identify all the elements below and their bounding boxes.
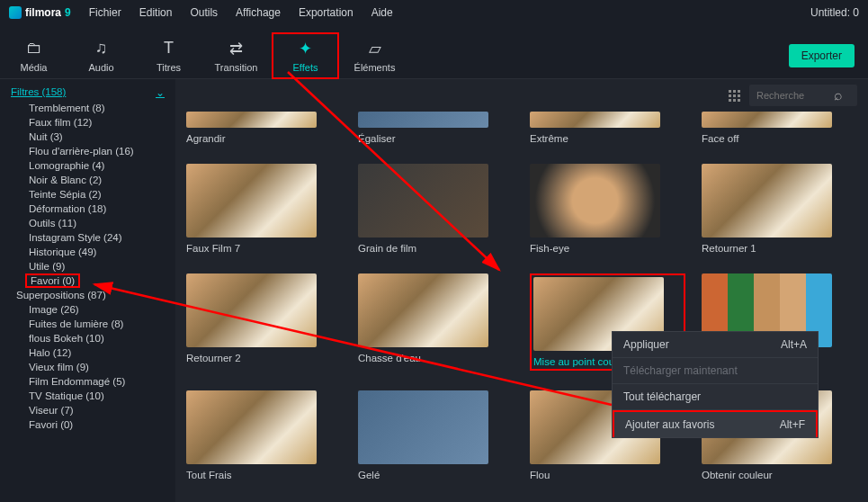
effect-thumb [186, 273, 317, 347]
tool-label: Effets [293, 62, 318, 73]
context-menu: Appliquer Alt+A Télécharger maintenant T… [612, 331, 819, 438]
effect-card[interactable]: Égaliser [358, 112, 514, 144]
app-logo: filmora9 [9, 6, 71, 19]
effect-label: Agrandir [186, 133, 342, 144]
sidebar-item-nuit[interactable]: Nuit (3) [0, 130, 175, 144]
sidebar-header-filters[interactable]: Filtres (158) ⌄ [0, 85, 175, 101]
toolbar: 🗀 Média ♫ Audio T Titres ⇄ Transition ✦ … [0, 25, 868, 79]
effect-card[interactable]: Gelé [358, 390, 514, 480]
effect-card[interactable]: Faux Film 7 [186, 164, 342, 254]
menu-file[interactable]: Fichier [89, 6, 121, 19]
menu-help[interactable]: Aide [371, 6, 393, 19]
ctx-apply[interactable]: Appliquer Alt+A [613, 332, 818, 358]
ctx-label: Ajouter aux favoris [625, 418, 714, 431]
sidebar: Filtres (158) ⌄ Tremblement (8) Faux fil… [0, 79, 175, 502]
effect-thumb [186, 164, 317, 238]
menu-view[interactable]: Affichage [236, 6, 281, 19]
sidebar-item-deformation[interactable]: Déformation (18) [0, 202, 175, 216]
grid-view-icon[interactable] [729, 90, 740, 102]
search-icon[interactable]: ⌕ [834, 87, 843, 103]
filters-label: Filtres (158) [11, 86, 66, 99]
effect-card[interactable]: Face off [702, 112, 857, 144]
effects-icon: ✦ [299, 39, 312, 58]
ctx-label: Tout télécharger [623, 390, 701, 403]
sidebar-item-tvstatique[interactable]: TV Statique (10) [0, 389, 175, 403]
effect-thumb [358, 273, 488, 347]
tool-titles[interactable]: T Titres [135, 32, 202, 79]
tool-label: Éléments [354, 62, 396, 73]
sidebar-item-flou[interactable]: Flou d'arrière-plan (16) [0, 144, 175, 158]
sidebar-item-vieuxfilm[interactable]: Vieux film (9) [0, 360, 175, 374]
sidebar-item-favori2[interactable]: Favori (0) [0, 417, 175, 432]
effect-label: Fish-eye [530, 243, 685, 254]
effect-thumb [358, 164, 488, 238]
tool-label: Média [21, 62, 48, 73]
menu-tools[interactable]: Outils [190, 6, 218, 19]
effect-card[interactable]: Fish-eye [530, 164, 685, 254]
content-area: ⌕ Agrandir Égaliser Extrême Face off Fau… [175, 79, 868, 502]
ctx-download-all[interactable]: Tout télécharger [613, 384, 818, 410]
app-version: 9 [65, 6, 71, 19]
sidebar-item-fuites[interactable]: Fuites de lumière (8) [0, 317, 175, 331]
effect-thumb [702, 164, 832, 238]
effect-label: Grain de film [358, 243, 514, 254]
effect-thumb [530, 164, 660, 238]
sidebar-item-outils[interactable]: Outils (11) [0, 216, 175, 230]
effect-card[interactable]: Retourner 2 [186, 273, 342, 371]
sidebar-item-lomo[interactable]: Lomographie (4) [0, 158, 175, 173]
sidebar-item-halo[interactable]: Halo (12) [0, 345, 175, 360]
music-icon: ♫ [95, 39, 108, 58]
effect-card[interactable]: Chasse d'eau [358, 273, 514, 371]
ctx-shortcut: Alt+F [780, 418, 805, 431]
effect-card[interactable]: Grain de film [358, 164, 514, 254]
sidebar-header-superpositions[interactable]: Superpositions (87) [0, 288, 175, 302]
effect-label: Égaliser [358, 133, 514, 144]
main-area: Filtres (158) ⌄ Tremblement (8) Faux fil… [0, 79, 868, 502]
effect-label: Tout Frais [186, 470, 342, 480]
ctx-download-now: Télécharger maintenant [613, 358, 818, 384]
ctx-label: Appliquer [623, 338, 669, 351]
ctx-add-favorites[interactable]: Ajouter aux favoris Alt+F [613, 410, 818, 437]
chevron-down-icon: ⌄ [156, 86, 165, 99]
tool-effects[interactable]: ✦ Effets [272, 32, 339, 79]
effect-card[interactable]: Retourner 1 [702, 164, 857, 254]
sidebar-item-utile[interactable]: Utile (9) [0, 259, 175, 273]
search-input[interactable] [756, 90, 828, 101]
sidebar-item-noirblanc[interactable]: Noir & Blanc (2) [0, 173, 175, 187]
tool-media[interactable]: 🗀 Média [0, 32, 67, 79]
project-title: Untitled: 0 [810, 6, 859, 19]
sidebar-item-sepia[interactable]: Teinte Sépia (2) [0, 187, 175, 202]
sidebar-item-favori[interactable]: Favori (0) [25, 273, 80, 288]
sidebar-item-historique[interactable]: Historique (49) [0, 245, 175, 259]
search-box[interactable]: ⌕ [749, 85, 857, 106]
image-icon: ▱ [369, 39, 381, 58]
sidebar-item-image[interactable]: Image (26) [0, 302, 175, 317]
effect-thumb [186, 390, 317, 464]
effect-card[interactable]: Tout Frais [186, 390, 342, 480]
tool-audio[interactable]: ♫ Audio [67, 32, 135, 79]
effect-card[interactable]: Extrême [530, 112, 685, 144]
sidebar-item-fauxfilm[interactable]: Faux film (12) [0, 115, 175, 130]
text-icon: T [164, 39, 174, 58]
sidebar-item-instagram[interactable]: Instagram Style (24) [0, 230, 175, 245]
tool-elements[interactable]: ▱ Éléments [341, 32, 408, 79]
effect-label: Gelé [358, 470, 514, 480]
export-button[interactable]: Exporter [789, 44, 855, 67]
effect-label: Face off [702, 133, 857, 144]
sidebar-item-endommage[interactable]: Film Endommagé (5) [0, 374, 175, 389]
ctx-shortcut: Alt+A [781, 338, 807, 351]
effect-label: Flou [530, 470, 685, 480]
menu-export[interactable]: Exportation [299, 6, 353, 19]
sidebar-item-bokeh[interactable]: flous Bokeh (10) [0, 331, 175, 345]
menu-edit[interactable]: Edition [139, 6, 173, 19]
content-header: ⌕ [186, 86, 857, 104]
sidebar-item-viseur[interactable]: Viseur (7) [0, 403, 175, 417]
transition-icon: ⇄ [229, 39, 243, 58]
tool-transition[interactable]: ⇄ Transition [202, 32, 270, 79]
tool-label: Audio [88, 62, 113, 73]
sidebar-item-tremblement[interactable]: Tremblement (8) [0, 101, 175, 115]
effect-label: Extrême [530, 133, 685, 144]
effect-thumb [186, 112, 317, 128]
effect-thumb [702, 112, 832, 128]
effect-card[interactable]: Agrandir [186, 112, 342, 144]
